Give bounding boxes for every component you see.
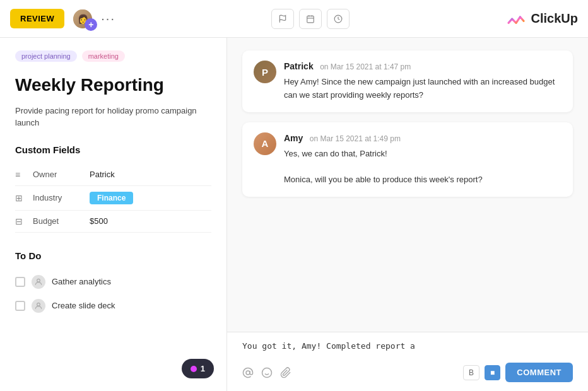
comment-card: P Patrick on Mar 15 2021 at 1:47 pm Hey … — [242, 50, 573, 112]
avatar-group: 👩 + — [72, 8, 93, 30]
review-button[interactable]: REVIEW — [10, 9, 64, 28]
todo-item: Create slide deck — [15, 294, 211, 318]
center-toolbar — [271, 9, 350, 29]
comment-meta: Amy on Mar 15 2021 at 1:49 pm Yes, we ca… — [284, 132, 562, 187]
calendar-icon-button[interactable] — [299, 9, 322, 29]
comment-header: P Patrick on Mar 15 2021 at 1:47 pm Hey … — [254, 61, 562, 102]
description-text: Provide pacing report for holiday promo … — [15, 105, 211, 129]
field-industry[interactable]: ⊞ Industry Finance — [15, 186, 211, 211]
svg-point-8 — [246, 371, 250, 375]
todo-text-slide: Create slide deck — [52, 301, 115, 310]
float-count-button[interactable]: 1 — [182, 359, 214, 378]
flag-icon-button[interactable] — [271, 9, 294, 29]
reply-actions: B ■ COMMENT — [463, 363, 573, 382]
svg-point-9 — [262, 368, 272, 377]
todo-text-gather: Gather analytics — [52, 277, 111, 286]
owner-field-icon: ≡ — [15, 170, 26, 180]
tag-project-planning[interactable]: project planning — [15, 50, 77, 62]
page-title: Weekly Reporting — [15, 74, 211, 96]
svg-point-6 — [37, 279, 40, 282]
comment-text: Hey Amy! Since the new campaign just lau… — [284, 76, 562, 102]
owner-field-label: Owner — [33, 170, 90, 179]
reply-area: B ■ COMMENT — [227, 332, 588, 391]
comment-header: A Amy on Mar 15 2021 at 1:49 pm Yes, we … — [254, 132, 562, 187]
todo-item: Gather analytics — [15, 270, 211, 294]
mention-icon-button[interactable] — [242, 367, 254, 378]
commenter-avatar-amy: A — [254, 132, 276, 155]
left-panel: project planning marketing Weekly Report… — [0, 38, 227, 391]
field-owner[interactable]: ≡ Owner Patrick — [15, 164, 211, 186]
comment-time: on Mar 15 2021 at 1:47 pm — [320, 62, 411, 71]
commenter-avatar-patrick: P — [254, 61, 276, 83]
clock-icon-button[interactable] — [327, 9, 350, 29]
tag-marketing[interactable]: marketing — [82, 50, 125, 62]
attachment-icon-button[interactable] — [280, 367, 291, 378]
commenter-name: Amy — [284, 133, 303, 143]
comments-area: P Patrick on Mar 15 2021 at 1:47 pm Hey … — [227, 38, 588, 332]
owner-field-value: Patrick — [90, 170, 115, 179]
reply-input[interactable] — [242, 341, 573, 356]
comment-time: on Mar 15 2021 at 1:49 pm — [310, 134, 401, 143]
logo-text: ClickUp — [531, 11, 578, 26]
custom-fields-section: Custom Fields ≡ Owner Patrick ⊞ Industry… — [15, 144, 211, 233]
industry-field-label: Industry — [33, 193, 90, 202]
right-panel: P Patrick on Mar 15 2021 at 1:47 pm Hey … — [227, 38, 588, 391]
clickup-logo-icon — [506, 9, 526, 29]
comment-card: A Amy on Mar 15 2021 at 1:49 pm Yes, we … — [242, 122, 573, 197]
comment-meta: Patrick on Mar 15 2021 at 1:47 pm Hey Am… — [284, 61, 562, 102]
format-button-b[interactable]: B — [463, 365, 479, 380]
industry-field-icon: ⊞ — [15, 193, 26, 203]
amy-avatar-face: A — [254, 132, 276, 155]
svg-rect-1 — [307, 16, 314, 22]
format-button-square[interactable]: ■ — [485, 365, 500, 380]
commenter-name: Patrick — [284, 61, 314, 71]
todo-checkbox-gather[interactable] — [15, 277, 25, 287]
float-count: 1 — [201, 364, 205, 373]
field-budget[interactable]: ⊟ Budget $500 — [15, 211, 211, 233]
comment-text: Yes, we can do that, Patrick!Monica, wil… — [284, 148, 562, 187]
comment-submit-button[interactable]: COMMENT — [505, 363, 573, 382]
tags-row: project planning marketing — [15, 50, 211, 62]
patrick-avatar-face: P — [254, 61, 276, 83]
todo-title: To Do — [15, 250, 211, 261]
more-options-button[interactable]: ··· — [101, 11, 115, 26]
svg-point-7 — [37, 303, 40, 306]
emoji-icon-button[interactable] — [261, 367, 273, 378]
reply-icons — [242, 367, 291, 378]
budget-field-label: Budget — [33, 216, 90, 226]
todo-checkbox-slide[interactable] — [15, 301, 25, 311]
todo-section: To Do Gather analytics Create slide d — [15, 250, 211, 318]
custom-fields-title: Custom Fields — [15, 144, 211, 155]
float-dot — [191, 366, 197, 372]
industry-field-badge: Finance — [90, 192, 133, 204]
reply-toolbar: B ■ COMMENT — [242, 363, 573, 382]
logo: ClickUp — [506, 9, 578, 29]
todo-avatar-gather — [32, 275, 45, 289]
add-avatar-button[interactable]: + — [85, 18, 97, 31]
budget-field-value: $500 — [90, 216, 108, 226]
budget-field-icon: ⊟ — [15, 216, 26, 226]
todo-avatar-slide — [32, 299, 45, 313]
